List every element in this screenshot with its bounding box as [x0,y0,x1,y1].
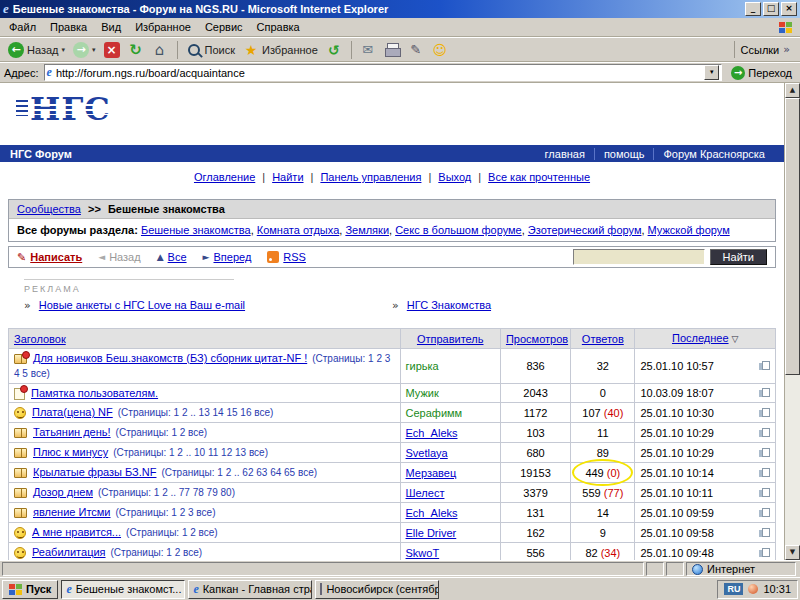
forward-button[interactable]: → ▾ [69,41,100,59]
header-link[interactable]: Форум Красноярска [653,148,774,160]
topic-link[interactable]: Плюс к минусу [33,446,108,458]
topic-search-input[interactable] [573,249,705,265]
ad-link-love[interactable]: Новые анкеты с НГС Love на Ваш e-mail [39,299,245,311]
ngs-logo[interactable]: НГС [16,93,111,125]
topic-pages[interactable]: (Страницы: 1 2 .. 10 11 12 13 все) [113,447,268,458]
sender-link[interactable]: Ech_Aleks [406,507,458,519]
goto-last-post-icon[interactable] [762,528,770,537]
nav-link[interactable]: Оглавление [194,171,255,183]
sender-link[interactable]: SkwoT [406,547,440,559]
write-button[interactable]: ✎ Написать [17,251,82,264]
mail-button[interactable]: ✉ [351,41,380,59]
header-sender[interactable]: Отправитель [417,333,484,345]
address-url[interactable]: http://forum.ngs.ru/board/acquaintance [56,67,700,79]
topic-pages[interactable]: (Страницы: 1 2 все) [126,527,218,538]
forum-link[interactable]: Мужской форум [648,224,730,236]
vertical-scrollbar[interactable]: ▲ ▼ [784,83,800,560]
scroll-down-icon[interactable]: ▼ [785,545,800,560]
forum-link[interactable]: Секс в большом форуме [395,224,522,236]
topic-link[interactable]: А мне нравится... [32,526,121,538]
goto-last-post-icon[interactable] [762,388,770,397]
scrollbar-track[interactable] [785,98,800,545]
maximize-button[interactable]: □ [763,2,779,16]
header-link[interactable]: главная [536,148,594,160]
sender-link[interactable]: Svetlaya [406,447,448,459]
dropdown-caret-icon[interactable]: ▾ [92,46,96,54]
forum-link[interactable]: Комната отдыха [257,224,340,236]
topic-link[interactable]: Памятка пользователям. [31,387,158,399]
header-title[interactable]: Заголовок [14,333,66,345]
goto-last-post-icon[interactable] [762,508,770,517]
goto-last-post-icon[interactable] [762,408,770,417]
topic-link[interactable]: явление Итсми [33,506,111,518]
menu-item[interactable]: Вид [94,19,128,35]
goto-last-post-icon[interactable] [762,428,770,437]
forum-link[interactable]: Бешеные знакомства [141,224,251,236]
forum-link[interactable]: Земляки [345,224,389,236]
topic-pages[interactable]: (Страницы: 1 2 .. 13 14 15 16 все) [118,407,274,418]
rss-link[interactable]: RSS [267,251,306,263]
go-button[interactable]: → Переход [727,66,796,80]
topic-link[interactable]: Дозор днем [33,486,93,498]
goto-last-post-icon[interactable] [762,361,770,370]
menu-item[interactable]: Сервис [198,19,250,35]
menu-item[interactable]: Файл [2,19,43,35]
start-button[interactable]: Пуск [2,580,58,599]
topic-pages[interactable]: (Страницы: 1 2 все) [111,547,203,558]
minimize-button[interactable]: _ [745,2,761,16]
nav-link[interactable]: Выход [438,171,471,183]
menu-item[interactable]: Справка [250,19,307,35]
find-button[interactable]: Найти [710,249,767,265]
sender-link[interactable]: Мужик [406,387,439,399]
home-button[interactable]: ⌂ [148,41,172,59]
topic-link[interactable]: Плата(цена) NF [32,406,113,418]
topic-link[interactable]: Реабилитация [32,546,106,558]
ad-link-znakomstva[interactable]: НГС Знакомства [407,299,491,311]
nav-link[interactable]: Панель управления [320,171,421,183]
header-link[interactable]: помощь [594,148,654,160]
sender-link[interactable]: Ech_Aleks [406,427,458,439]
messenger-button[interactable]: ☺ [428,41,452,59]
sender-link[interactable]: Мерзавец [406,467,457,479]
stop-button[interactable]: × [100,41,124,59]
sender-link[interactable]: Elle Driver [406,527,457,539]
nav-link[interactable]: Все как прочтенные [488,171,590,183]
language-indicator[interactable]: RU [724,583,743,595]
refresh-button[interactable]: ↻ [124,41,148,59]
search-button[interactable]: Поиск [177,41,239,59]
menu-item[interactable]: Избранное [128,19,198,35]
topic-pages[interactable]: (Страницы: 1 2 3 все) [116,507,216,518]
header-views[interactable]: Просмотров [506,333,568,345]
print-button[interactable] [380,41,404,59]
scroll-up-icon[interactable]: ▲ [785,83,800,98]
topic-link[interactable]: Для новичков Беш.знакомств (БЗ) сборник … [33,352,307,364]
taskbar-task[interactable]: Новосибирск (сентябр... [315,580,439,599]
topic-pages[interactable]: (Страницы: 1 2 .. 77 78 79 80) [98,487,235,498]
nav-link[interactable]: Найти [272,171,303,183]
sort-desc-icon[interactable]: ▽ [732,334,739,344]
address-dropdown-button[interactable]: ▾ [704,65,719,80]
tray-icon[interactable] [748,584,758,594]
back-button[interactable]: ← Назад ▾ [4,41,69,59]
header-replies[interactable]: Ответов [582,333,624,345]
taskbar-task[interactable]: e Бешеные знакомст... [61,580,185,599]
sender-link[interactable]: Серафимм [406,407,463,419]
forum-link[interactable]: Эзотерический форум [528,224,642,236]
topic-link[interactable]: Крылатые фразы БЗ.NF [33,466,156,478]
topic-pages[interactable]: (Страницы: 1 2 .. 62 63 64 65 все) [161,467,317,478]
edit-button[interactable]: ✎ [404,41,428,59]
dropdown-caret-icon[interactable]: ▾ [62,46,66,54]
all-topics-button[interactable]: ▲ Все [157,251,187,263]
scrollbar-thumb[interactable] [785,98,800,375]
address-input[interactable]: e http://forum.ngs.ru/board/acquaintance… [44,64,723,81]
close-button[interactable]: × [781,2,797,16]
sender-link[interactable]: гирька [406,360,439,372]
taskbar-task[interactable]: e Капкан - Главная стран... [188,580,312,599]
favorites-button[interactable]: ★ Избранное [239,41,322,59]
topic-link[interactable]: Татьянин день! [33,426,111,438]
goto-last-post-icon[interactable] [762,468,770,477]
header-last[interactable]: Последнее [672,332,729,344]
links-bar[interactable]: Ссылки » [734,41,796,58]
sender-link[interactable]: Шелест [406,487,445,499]
breadcrumb-section-link[interactable]: Сообщества [17,203,81,215]
